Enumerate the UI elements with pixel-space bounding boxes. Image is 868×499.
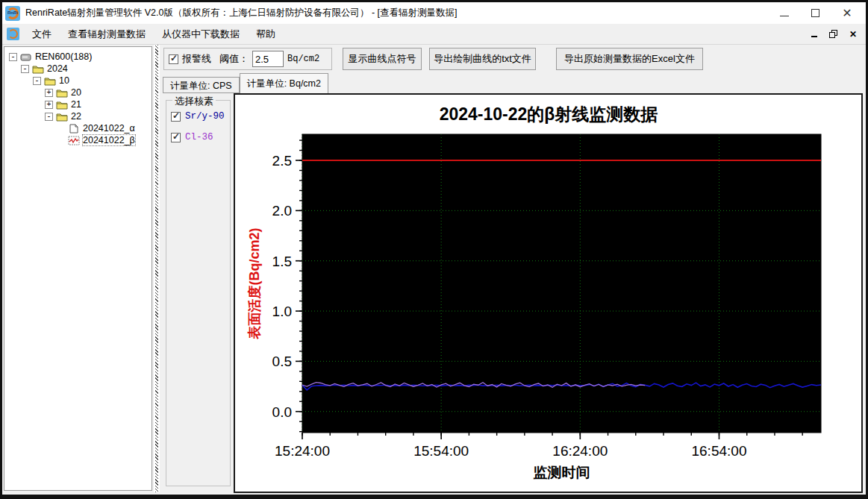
export-excel-button[interactable]: 导出原始测量数据的Excel文件	[556, 48, 703, 70]
tree-item-20241022_β[interactable]: 20241022_β	[4, 134, 152, 146]
tree-item-21[interactable]: +21	[4, 98, 152, 110]
mdi-restore-button[interactable]	[829, 30, 837, 38]
x-tick-label: 16:24:00	[552, 443, 608, 459]
tree-item-label: 20241022_α	[83, 123, 135, 134]
folder-icon	[44, 76, 56, 86]
mdi-child-icon	[7, 28, 19, 40]
mdi-close-button[interactable]: ✕	[849, 30, 857, 39]
device-tree-panel: -REN600(188)-2024-10+20+21-2220241022_α2…	[4, 46, 152, 491]
chart-panel: 0.00.51.01.52.02.515:24:0015:54:0016:24:…	[234, 93, 863, 493]
unit-tabstrip: 计量单位: CPS 计量单位: Bq/cm2	[163, 73, 328, 93]
tab-unit-bqcm2[interactable]: 计量单位: Bq/cm2	[240, 73, 328, 93]
title-bar: RnRi RenriRate辐射剂量管理软件 V2.0版（版权所有：上海仁日辐射…	[2, 2, 866, 24]
nuclide-checkbox-sr-y-90[interactable]	[171, 112, 181, 122]
app-logo-icon: RnRi	[5, 6, 20, 21]
y-tick-label: 2.0	[272, 203, 292, 219]
minimize-button[interactable]	[780, 10, 789, 16]
expand-icon[interactable]: +	[45, 89, 53, 97]
folder-icon	[32, 64, 44, 74]
threshold-input[interactable]	[252, 51, 284, 67]
doc-icon	[68, 124, 80, 134]
tree-item-label: REN600(188)	[35, 51, 92, 62]
panel-splitter[interactable]	[154, 45, 160, 492]
y-tick-label: 2.5	[272, 153, 292, 169]
content-panel: 报警线 阈值： Bq/cm2 显示曲线点符号 导出绘制曲线的txt文件 导出原始…	[161, 45, 864, 492]
show-curve-points-button[interactable]: 显示曲线点符号	[343, 48, 422, 70]
y-axis-title: 表面活度(Bq/cm2)	[247, 227, 262, 339]
alarm-line-checkbox[interactable]	[169, 54, 178, 64]
tree-item-10[interactable]: -10	[4, 75, 152, 87]
tree-item-20241022_α[interactable]: 20241022_α	[4, 122, 152, 134]
threshold-label: 阈值：	[219, 52, 249, 66]
menu-view-measurement-data[interactable]: 查看辐射测量数据	[60, 25, 154, 44]
window-title: RenriRate辐射剂量管理软件 V2.0版（版权所有：上海仁日辐射防护设备有…	[25, 7, 780, 19]
plot-area	[302, 134, 821, 433]
y-tick-label: 1.5	[272, 254, 292, 269]
tree-item-REN600(188)[interactable]: -REN600(188)	[4, 51, 152, 63]
maximize-button[interactable]	[811, 9, 819, 17]
expand-icon[interactable]: +	[45, 101, 53, 109]
folder-icon	[56, 88, 68, 98]
tree-item-label: 2024	[47, 63, 68, 74]
collapse-icon[interactable]: -	[33, 77, 41, 85]
export-txt-button[interactable]: 导出绘制曲线的txt文件	[429, 48, 536, 70]
nuclide-row-sr-y-90: Sr/y-90	[171, 111, 230, 122]
nuclide-label-sr-y-90: Sr/y-90	[185, 111, 225, 122]
tree-item-label: 10	[59, 75, 69, 86]
app-window: RnRi RenriRate辐射剂量管理软件 V2.0版（版权所有：上海仁日辐射…	[0, 0, 868, 499]
nuclide-select-groupbox: 选择核素 Sr/y-90 Cl-36	[166, 100, 231, 486]
y-tick-label: 1.0	[272, 304, 292, 319]
tree-item-22[interactable]: -22	[4, 110, 152, 122]
tree-item-label: 21	[71, 99, 81, 110]
folder-icon	[56, 112, 68, 122]
app-body: -REN600(188)-2024-10+20+21-2220241022_α2…	[2, 45, 866, 494]
tree-item-20[interactable]: +20	[4, 87, 152, 98]
device-icon	[20, 52, 32, 62]
menu-download-from-device[interactable]: 从仪器中下载数据	[154, 25, 248, 44]
nuclide-row-cl-36: Cl-36	[171, 132, 230, 142]
mdi-minimize-button[interactable]	[811, 31, 817, 37]
chart-icon	[68, 136, 80, 145]
menu-file[interactable]: 文件	[24, 25, 60, 44]
tree-item-label: 20	[71, 87, 81, 98]
nuclide-label-cl-36: Cl-36	[185, 132, 213, 142]
alarm-line-group: 报警线 阈值： Bq/cm2	[163, 48, 332, 70]
monitoring-chart: 0.00.51.01.52.02.515:24:0015:54:0016:24:…	[235, 95, 861, 492]
collapse-icon[interactable]: -	[21, 65, 29, 73]
threshold-unit-label: Bq/cm2	[287, 54, 319, 64]
collapse-icon[interactable]: -	[45, 113, 53, 121]
y-tick-label: 0.5	[272, 354, 292, 369]
folder-icon	[56, 100, 68, 110]
tree-item-label: 22	[71, 111, 81, 122]
y-tick-label: 0.0	[272, 404, 292, 420]
menu-help[interactable]: 帮助	[248, 25, 284, 44]
x-axis-title: 监测时间	[534, 465, 590, 480]
close-button[interactable]: ✕	[842, 8, 852, 19]
tab-unit-cps[interactable]: 计量单位: CPS	[163, 77, 240, 93]
menu-bar: 文件 查看辐射测量数据 从仪器中下载数据 帮助 ✕	[2, 24, 866, 45]
chart-title: 2024-10-22的β射线监测数据	[440, 104, 658, 124]
x-tick-label: 15:54:00	[413, 443, 469, 459]
collapse-icon[interactable]: -	[9, 53, 17, 61]
tree-item-2024[interactable]: -2024	[4, 63, 152, 75]
x-tick-label: 16:54:00	[691, 443, 746, 459]
nuclide-select-legend: 选择核素	[172, 95, 216, 108]
x-tick-label: 15:24:00	[275, 443, 330, 459]
tree-item-label: 20241022_β	[83, 135, 135, 145]
alarm-line-label: 报警线	[182, 52, 211, 66]
nuclide-checkbox-cl-36[interactable]	[171, 133, 181, 142]
